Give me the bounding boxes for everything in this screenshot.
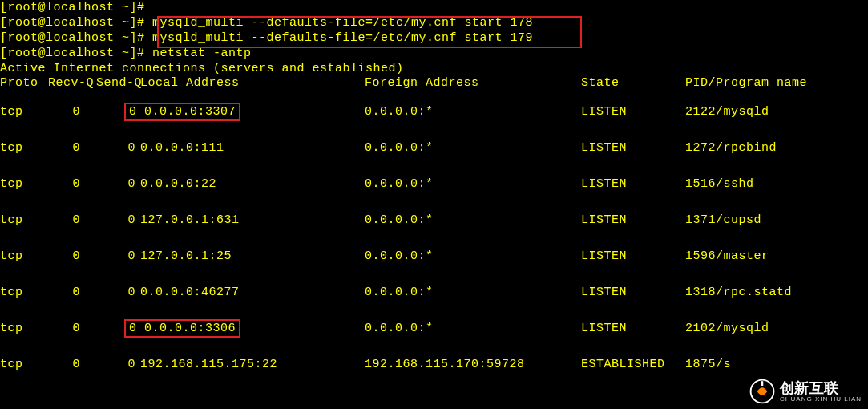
cell-local: 0 0.0.0.0:3307: [140, 94, 365, 130]
cell-proto: tcp: [0, 238, 48, 274]
prompt: [root@localhost ~]#: [0, 16, 152, 30]
cell-local: 0.0.0.0:22: [140, 166, 365, 202]
cell-state: ESTABLISHED: [581, 346, 685, 383]
cell-sendq: 0: [96, 202, 140, 238]
table-row: tcp00192.168.115.175:22192.168.115.170:5…: [0, 346, 868, 383]
cell-recvq: 0: [48, 310, 96, 346]
cell-proto: tcp: [0, 94, 48, 130]
prompt-line-4: [root@localhost ~]# netstat -antp: [0, 46, 868, 61]
cell-sendq: 0: [96, 274, 140, 310]
cell-recvq: 0: [48, 238, 96, 274]
prompt-line-1: [root@localhost ~]#: [0, 0, 868, 15]
cell-state: LISTEN: [581, 202, 685, 238]
cell-foreign: 0.0.0.0:*: [365, 166, 581, 202]
hdr-proto: Proto: [0, 76, 48, 94]
cell-sendq: 0: [96, 238, 140, 274]
cell-sendq: 0: [96, 346, 140, 383]
cell-proto: tcp: [0, 130, 48, 166]
cell-state: LISTEN: [581, 274, 685, 310]
cell-local: 127.0.0.1:25: [140, 238, 365, 274]
watermark-logo-icon: [749, 379, 775, 404]
cell-local: 127.0.0.1:631: [140, 202, 365, 238]
command-4: netstat -antp: [152, 47, 252, 60]
prompt-line-3: [root@localhost ~]# mysqld_multi --defau…: [0, 30, 868, 46]
cell-state: LISTEN: [581, 238, 685, 274]
cell-proto: tcp: [0, 310, 48, 346]
cell-pid: 2102/mysqld: [685, 310, 868, 346]
cell-pid: 1875/s: [685, 346, 868, 383]
cell-foreign: 0.0.0.0:*: [365, 130, 581, 166]
cell-state: LISTEN: [581, 310, 685, 346]
cell-local: 192.168.115.175:22: [140, 346, 365, 383]
table-row: tcp000.0.0.0:220.0.0.0:*LISTEN1516/sshd: [0, 166, 868, 202]
cell-proto: tcp: [0, 274, 48, 310]
cell-foreign: 0.0.0.0:*: [365, 202, 581, 238]
cell-recvq: 0: [48, 346, 96, 383]
cell-local: 0 0.0.0.0:3306: [140, 310, 365, 346]
cell-proto: tcp: [0, 202, 48, 238]
hdr-foreign: Foreign Address: [365, 76, 581, 94]
cell-state: LISTEN: [581, 166, 685, 202]
watermark: 创新互联 CHUANG XIN HU LIAN: [749, 379, 862, 404]
cell-recvq: 0: [48, 94, 96, 130]
active-connections-line: Active Internet connections (servers and…: [0, 61, 868, 76]
cell-local: 0.0.0.0:111: [140, 130, 365, 166]
command-3: mysqld_multi --defaults-file=/etc/my.cnf…: [152, 31, 533, 45]
cell-proto: tcp: [0, 166, 48, 202]
cell-recvq: 0: [48, 202, 96, 238]
table-row: tcp00 0.0.0.0:33070.0.0.0:*LISTEN2122/my…: [0, 94, 868, 130]
cell-foreign: 0.0.0.0:*: [365, 310, 581, 346]
cell-sendq: 0: [96, 166, 140, 202]
cell-recvq: 0: [48, 130, 96, 166]
cell-pid: 1272/rpcbind: [685, 130, 868, 166]
cell-state: LISTEN: [581, 130, 685, 166]
cell-recvq: 0: [48, 274, 96, 310]
cell-recvq: 0: [48, 166, 96, 202]
command-2: mysqld_multi --defaults-file=/etc/my.cnf…: [152, 16, 533, 30]
cell-foreign: 0.0.0.0:*: [365, 274, 581, 310]
prompt: [root@localhost ~]#: [0, 1, 152, 14]
hdr-recvq: Recv-Q: [48, 76, 96, 94]
prompt: [root@localhost ~]#: [0, 31, 152, 45]
table-header-row: Proto Recv-Q Send-Q Local Address Foreig…: [0, 76, 868, 94]
cell-sendq: 0: [96, 130, 140, 166]
hdr-local: Local Address: [140, 76, 365, 94]
watermark-subtitle: CHUANG XIN HU LIAN: [780, 395, 862, 403]
cell-foreign: 192.168.115.170:59728: [365, 346, 581, 383]
hdr-state: State: [581, 76, 685, 94]
cell-pid: 2122/mysqld: [685, 94, 868, 130]
table-row: tcp000.0.0.0:462770.0.0.0:*LISTEN1318/rp…: [0, 274, 868, 310]
hdr-pid: PID/Program name: [685, 76, 868, 94]
table-row: tcp000.0.0.0:1110.0.0.0:*LISTEN1272/rpcb…: [0, 130, 868, 166]
netstat-table: Proto Recv-Q Send-Q Local Address Foreig…: [0, 76, 868, 383]
cell-pid: 1516/sshd: [685, 166, 868, 202]
cell-pid: 1318/rpc.statd: [685, 274, 868, 310]
table-row: tcp00127.0.0.1:6310.0.0.0:*LISTEN1371/cu…: [0, 202, 868, 238]
svg-rect-1: [761, 381, 764, 386]
prompt: [root@localhost ~]#: [0, 47, 152, 60]
watermark-title: 创新互联: [780, 381, 862, 395]
table-row: tcp00127.0.0.1:250.0.0.0:*LISTEN1596/mas…: [0, 238, 868, 274]
cell-pid: 1371/cupsd: [685, 202, 868, 238]
cell-foreign: 0.0.0.0:*: [365, 238, 581, 274]
cell-foreign: 0.0.0.0:*: [365, 94, 581, 130]
cell-proto: tcp: [0, 346, 48, 383]
prompt-line-2: [root@localhost ~]# mysqld_multi --defau…: [0, 15, 868, 30]
cell-local: 0.0.0.0:46277: [140, 274, 365, 310]
cell-state: LISTEN: [581, 94, 685, 130]
table-row: tcp00 0.0.0.0:33060.0.0.0:*LISTEN2102/my…: [0, 310, 868, 346]
hdr-sendq: Send-Q: [96, 76, 140, 94]
cell-pid: 1596/master: [685, 238, 868, 274]
